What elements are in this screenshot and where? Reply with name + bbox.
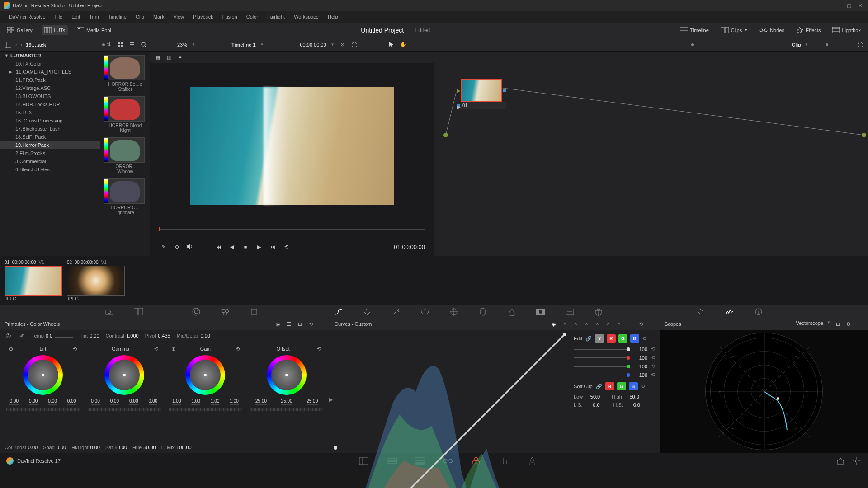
lut-folder-item[interactable]: 16. Cross Processing (0, 117, 100, 125)
bars-mode-icon[interactable]: ☰ (285, 320, 292, 328)
curves-icon[interactable] (333, 307, 343, 317)
sc-b-button[interactable]: B (629, 382, 638, 390)
scrubber[interactable] (150, 229, 434, 238)
gamma-wheel[interactable] (104, 355, 144, 395)
zoom-level[interactable]: 23% (177, 42, 187, 47)
menu-file[interactable]: File (50, 11, 67, 23)
lut-thumb[interactable]: HORROR Blood Night (104, 96, 146, 133)
lut-folder-item[interactable]: 18.SciFi Pack (0, 133, 100, 141)
menu-fusion[interactable]: Fusion (218, 11, 242, 23)
lightbox-button[interactable]: Lightbox (830, 25, 863, 35)
node-output-dot[interactable] (862, 133, 866, 137)
curve-expand-icon[interactable]: ⛶ (626, 320, 633, 328)
softclip-low[interactable]: 50.0 (586, 394, 600, 399)
tc-chevron-icon[interactable]: ▼ (331, 42, 335, 47)
scope-type-dropdown[interactable]: Vectorscope (796, 320, 824, 328)
luts-button[interactable]: LUTs (42, 25, 68, 35)
primaries-reset-icon[interactable]: ⟲ (307, 320, 314, 328)
lut-folder-item[interactable]: 11.PRO.Pack (0, 76, 100, 84)
breadcrumb[interactable]: 19.…ack (26, 42, 46, 47)
magic-mask-icon[interactable] (478, 307, 488, 317)
back-button[interactable]: ‹ (15, 42, 17, 47)
pivot-value[interactable]: 0.435 (158, 333, 170, 338)
curve-point-black[interactable] (334, 446, 337, 450)
bypass-icon[interactable]: ⊘ (339, 41, 346, 48)
lift-wheel[interactable] (23, 355, 63, 395)
next-clip-button[interactable]: ⏭ (269, 243, 277, 251)
gain-picker-icon[interactable]: ⊕ (170, 345, 177, 352)
split-icon[interactable]: ▥ (165, 54, 173, 61)
r-intensity[interactable]: 100 (634, 355, 647, 361)
prev-clip-button[interactable]: ⏮ (214, 243, 222, 251)
tint-value[interactable]: 0.00 (90, 333, 99, 338)
sat-value[interactable]: 50.00 (114, 445, 127, 450)
colboost-value[interactable]: 0.00 (28, 445, 38, 450)
hilight-value[interactable]: 0.00 (90, 445, 100, 450)
y-intensity[interactable]: 100 (634, 347, 647, 352)
node-more-icon[interactable]: ⋯ (845, 41, 853, 48)
corrector-node[interactable]: ▶ ▶01 (457, 79, 506, 109)
g-reset-icon[interactable]: ⟲ (651, 363, 655, 369)
nodes-button[interactable]: Nodes (757, 25, 787, 35)
picker-icon[interactable]: ✎ (159, 243, 167, 251)
hdr-wheels-icon[interactable] (191, 307, 201, 317)
stop-button[interactable]: ■ (241, 243, 250, 251)
color-match-icon[interactable] (133, 307, 143, 317)
lut-folder-item[interactable]: 13.BLOWOUTS (0, 92, 100, 100)
offset-wheel[interactable] (267, 355, 307, 395)
softclip-high[interactable]: 50.0 (626, 394, 639, 399)
scope-layout-icon[interactable]: ⊞ (834, 320, 841, 328)
softclip-ls[interactable]: 0.0 (586, 402, 600, 408)
highlight-icon[interactable]: ▦ (155, 54, 162, 61)
timeline-name[interactable]: Timeline 1 (231, 42, 256, 47)
scope-more-icon[interactable]: ⋯ (856, 320, 863, 328)
y-channel-button[interactable]: Y (595, 334, 604, 343)
menu-clip[interactable]: Clip (131, 11, 149, 23)
blur-icon[interactable] (507, 307, 517, 317)
offset-reset-icon[interactable]: ⟲ (315, 345, 322, 352)
lut-thumb[interactable]: HORROR … Window (104, 137, 146, 174)
clip-thumbnail[interactable] (5, 266, 62, 296)
menu-timeline[interactable]: Timeline (104, 11, 131, 23)
mute-icon[interactable] (186, 243, 194, 251)
play-button[interactable]: ▶ (255, 243, 263, 251)
lift-master-wheel[interactable] (6, 408, 80, 411)
maximize-button[interactable]: ▢ (844, 2, 854, 9)
qualifier-icon[interactable] (391, 307, 401, 317)
node-input-dot[interactable] (443, 133, 448, 137)
picker-icon[interactable]: ✐ (18, 332, 25, 339)
luts-folder-header[interactable]: ▼ LUTMASTER (0, 52, 100, 60)
middetail-value[interactable]: 0.00 (201, 333, 210, 338)
clip-slot[interactable]: 01 00:00:00:00V1 JPEG (5, 259, 62, 302)
menu-fairlight[interactable]: Fairlight (263, 11, 289, 23)
hand-icon[interactable]: ✋ (400, 41, 407, 48)
gamma-reset-icon[interactable]: ⟲ (153, 345, 160, 352)
lut-folder-item[interactable]: 2.Film.Stocks (0, 149, 100, 157)
lut-folder-item[interactable]: 4.Bleach.Styles (0, 165, 100, 174)
clip-chevron-icon[interactable]: ▼ (805, 42, 808, 47)
more-icon[interactable]: ⋯ (152, 41, 159, 48)
reverse-button[interactable]: ◀ (228, 243, 236, 251)
g-intensity[interactable]: 100 (634, 364, 647, 369)
curve-mode6-icon[interactable]: ○ (615, 320, 623, 328)
y-reset-icon[interactable]: ⟲ (651, 346, 655, 352)
effects-button[interactable]: Effects (793, 25, 823, 36)
pointer-icon[interactable] (388, 41, 395, 48)
lut-folder-item-selected[interactable]: 19.Horror Pack (0, 141, 100, 149)
sc-r-button[interactable]: R (605, 382, 614, 390)
forward-button[interactable]: › (21, 42, 23, 47)
sort-icon[interactable]: ⇅ (105, 41, 112, 48)
timeline-chevron-icon[interactable]: ▼ (260, 42, 264, 47)
menu-trim[interactable]: Trim (85, 11, 104, 23)
edit-reset-icon[interactable]: ⟲ (642, 336, 646, 342)
curve-mode4-icon[interactable]: ○ (594, 320, 601, 328)
g-channel-button[interactable]: G (618, 334, 627, 343)
tracker-icon[interactable] (449, 307, 459, 317)
r-channel-button[interactable]: R (607, 334, 616, 343)
menu-help[interactable]: Help (323, 11, 343, 23)
menu-davinci[interactable]: DaVinci Resolve (5, 11, 50, 23)
b-intensity[interactable]: 100 (634, 372, 647, 378)
log-mode-icon[interactable]: ⊞ (296, 320, 303, 328)
hue-value[interactable]: 50.00 (143, 445, 156, 450)
lift-picker-icon[interactable]: ⊕ (7, 345, 14, 352)
